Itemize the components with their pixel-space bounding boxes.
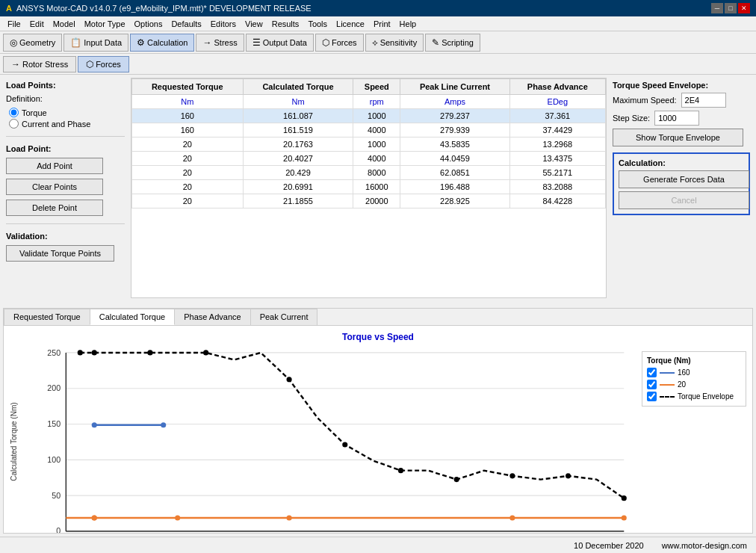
toolbar-sensitivity[interactable]: ⟡ Sensitivity	[365, 34, 424, 52]
cell-current-6: 228.925	[400, 194, 509, 208]
toolbar-geometry[interactable]: ◎ Geometry	[3, 34, 62, 52]
torque-label: Torque	[22, 108, 47, 117]
svg-text:200: 200	[47, 383, 61, 392]
tab-peak-current[interactable]: Peak Current	[250, 309, 318, 325]
maximize-button[interactable]: □	[725, 3, 737, 13]
table-row[interactable]: 20 20.429 8000 62.0851 55.2171	[132, 166, 606, 180]
calculation-group: Calculation: Generate Forces Data Cancel	[613, 152, 750, 215]
table-row[interactable]: 20 20.1763 1000 43.5835 13.2968	[132, 138, 606, 152]
generate-forces-button[interactable]: Generate Forces Data	[619, 170, 749, 188]
cell-requested-1: 160	[132, 123, 244, 138]
svg-text:100: 100	[47, 455, 61, 464]
cell-requested-5: 20	[132, 180, 244, 194]
toolbar-input-data[interactable]: 📋 Input Data	[63, 34, 128, 52]
delete-point-button[interactable]: Delete Point	[6, 200, 103, 216]
minimize-button[interactable]: ─	[711, 3, 723, 13]
menu-print[interactable]: Print	[369, 18, 395, 30]
svg-point-31	[147, 350, 152, 355]
menu-licence[interactable]: Licence	[332, 18, 369, 30]
svg-text:250: 250	[47, 347, 61, 356]
radio-torque[interactable]: Torque	[9, 108, 125, 117]
table-row[interactable]: 20 20.6991 16000 196.488 83.2088	[132, 180, 606, 194]
menu-tools[interactable]: Tools	[303, 18, 332, 30]
chart-area: Requested Torque Calculated Torque Phase…	[3, 308, 753, 534]
max-speed-input[interactable]	[681, 93, 726, 108]
cell-speed-4: 8000	[353, 166, 400, 180]
legend-label-160: 160	[678, 368, 690, 377]
cell-advance-3: 13.4375	[509, 152, 605, 166]
menu-options[interactable]: Options	[130, 18, 167, 30]
cell-requested-6: 20	[132, 194, 244, 208]
show-torque-envelope-button[interactable]: Show Torque Envelope	[613, 129, 743, 146]
status-bar: 10 December 2020 www.motor-design.com	[0, 537, 756, 553]
svg-point-25	[175, 515, 180, 520]
window-controls: ─ □ ✕	[711, 3, 750, 13]
table-row[interactable]: 20 21.1855 20000 228.925 84.4228	[132, 194, 606, 208]
sub-rotor-stress[interactable]: → Rotor Stress	[3, 56, 76, 72]
clear-points-button[interactable]: Clear Points	[6, 179, 103, 195]
input-data-icon: 📋	[70, 37, 81, 48]
cell-advance-4: 55.2171	[509, 166, 605, 180]
chart-svg: 0 50 100 150 200 250 0 5,000 10,000	[22, 344, 642, 534]
cell-advance-0: 37.361	[509, 109, 605, 123]
cell-speed-2: 1000	[353, 138, 400, 152]
menu-view[interactable]: View	[241, 18, 267, 30]
sub-toolbar: → Rotor Stress ⬡ Forces	[0, 54, 756, 75]
table-row[interactable]: 20 20.4027 4000 44.0459 13.4375	[132, 152, 606, 166]
toolbar-calculation[interactable]: ⚙ Calculation	[130, 34, 194, 52]
legend-checkbox-envelope[interactable]	[647, 392, 657, 401]
svg-text:0: 0	[56, 526, 61, 534]
tab-phase-advance[interactable]: Phase Advance	[174, 309, 250, 325]
cell-advance-1: 37.4429	[509, 123, 605, 138]
cell-speed-1: 4000	[353, 123, 400, 138]
menu-defaults[interactable]: Defaults	[167, 18, 205, 30]
col-phase-advance: Phase Advance	[509, 79, 605, 95]
right-panel: Torque Speed Envelope: Maximum Speed: St…	[607, 75, 756, 306]
cell-speed-0: 1000	[353, 109, 400, 123]
svg-text:50: 50	[52, 491, 61, 500]
legend-item-160: 160	[647, 368, 741, 377]
close-button[interactable]: ✕	[738, 3, 750, 13]
svg-point-39	[622, 495, 627, 501]
toolbar-forces[interactable]: ⬡ Forces	[315, 34, 364, 52]
svg-point-35	[398, 468, 403, 473]
sub-forces[interactable]: ⬡ Forces	[78, 56, 129, 72]
chart-section: Requested Torque Calculated Torque Phase…	[0, 306, 756, 537]
title-bar: A ANSYS Motor-CAD v14.0.7 (e9_eMobility_…	[0, 0, 756, 16]
tab-requested-torque[interactable]: Requested Torque	[4, 309, 90, 325]
table-row[interactable]: 160 161.519 4000 279.939 37.4429	[132, 123, 606, 138]
menu-help[interactable]: Help	[395, 18, 421, 30]
menu-model[interactable]: Model	[49, 18, 80, 30]
chart-with-axes: Calculated Torque (Nm)	[10, 344, 746, 534]
menu-editors[interactable]: Editors	[206, 18, 241, 30]
step-size-input[interactable]	[654, 111, 699, 126]
validate-torque-button[interactable]: Validate Torque Points	[6, 245, 114, 262]
main-content: Load Points: Definition: Torque Current …	[0, 75, 756, 537]
cell-advance-5: 83.2088	[509, 180, 605, 194]
cell-current-0: 279.237	[400, 109, 509, 123]
toolbar-scripting[interactable]: ✎ Scripting	[425, 34, 480, 52]
cell-requested-0: 160	[132, 109, 244, 123]
menu-file[interactable]: File	[3, 18, 25, 30]
legend-checkbox-160[interactable]	[647, 368, 657, 377]
torque-speed-envelope-group: Torque Speed Envelope: Maximum Speed: St…	[613, 81, 750, 146]
load-point-label: Load Point:	[6, 144, 125, 153]
menu-results[interactable]: Results	[267, 18, 304, 30]
cancel-button[interactable]: Cancel	[619, 191, 749, 209]
toolbar-stress[interactable]: → Stress	[196, 34, 244, 52]
tab-calculated-torque[interactable]: Calculated Torque	[90, 309, 175, 325]
radio-current-phase[interactable]: Current and Phase	[9, 119, 125, 129]
menu-motor-type[interactable]: Motor Type	[80, 18, 130, 30]
forces-sub-icon: ⬡	[86, 59, 93, 69]
table-row[interactable]: 160 161.087 1000 279.237 37.361	[132, 109, 606, 123]
add-point-button[interactable]: Add Point	[6, 158, 103, 174]
svg-point-30	[92, 350, 97, 355]
toolbar-output-data[interactable]: ☰ Output Data	[246, 34, 314, 52]
rotor-stress-icon: →	[11, 59, 20, 69]
torque-envelope-label: Torque Speed Envelope:	[613, 81, 750, 90]
menu-edit[interactable]: Edit	[25, 18, 49, 30]
legend-checkbox-20[interactable]	[647, 380, 657, 389]
y-axis-label: Calculated Torque (Nm)	[10, 344, 22, 534]
left-panel: Load Points: Definition: Torque Current …	[0, 75, 131, 306]
top-section: Load Points: Definition: Torque Current …	[0, 75, 756, 306]
